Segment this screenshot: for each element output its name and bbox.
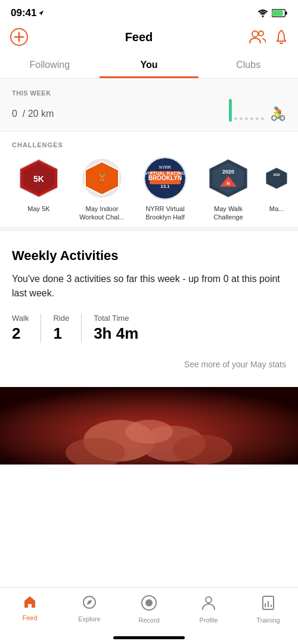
- challenges-scroll[interactable]: 5K May 5K 🏋 May Indoor Workout Chal...: [0, 157, 298, 222]
- svg-point-8: [259, 31, 263, 36]
- badge-indoor-svg: 🏋: [80, 157, 123, 200]
- challenges-label: CHALLENGES: [0, 141, 298, 148]
- svg-text:N: N: [226, 181, 230, 186]
- location-arrow-icon: [38, 10, 44, 16]
- home-svg: [23, 595, 37, 608]
- km-separator: /: [23, 109, 28, 119]
- challenges-section: CHALLENGES 5K May 5K 🏋 May In: [0, 132, 298, 227]
- badge-walk-svg: 2020 N: [207, 157, 250, 200]
- nav-profile[interactable]: Profile: [179, 593, 238, 626]
- svg-point-38: [206, 597, 212, 603]
- tab-following[interactable]: Following: [0, 52, 100, 78]
- stat-total-time: Total Time 3h 4m: [94, 314, 150, 343]
- record-svg: [141, 595, 157, 611]
- people-icon: [249, 30, 266, 44]
- progress-dash-5: [256, 117, 259, 120]
- nav-feed-label: Feed: [22, 614, 37, 621]
- goal-km: 20 km: [28, 109, 54, 119]
- wifi-icon: [257, 9, 268, 17]
- svg-text:2020: 2020: [273, 173, 280, 177]
- bike-icon: 🚴: [270, 106, 286, 122]
- challenge-extra[interactable]: 2020 Ma...: [265, 157, 288, 222]
- stat-ride-value: 1: [53, 324, 69, 343]
- progress-row: 0 / 20 km 🚴: [12, 99, 286, 122]
- challenge-badge-extra: 2020: [265, 157, 288, 200]
- svg-marker-35: [87, 600, 92, 605]
- people-button[interactable]: [249, 30, 266, 44]
- nav-explore[interactable]: Explore: [60, 593, 119, 626]
- stat-walk-label: Walk: [12, 314, 29, 323]
- add-button[interactable]: [10, 27, 29, 47]
- header-icons: [249, 29, 288, 45]
- badge-nyrr-svg: NYRR VIRTUAL RACING BROOKLYN 13.1: [145, 158, 185, 199]
- svg-text:2020: 2020: [222, 169, 234, 175]
- nav-record-label: Record: [138, 617, 159, 624]
- page-title: Feed: [125, 30, 153, 44]
- add-circle-icon: [10, 27, 29, 47]
- challenge-badge-may-indoor: 🏋: [80, 157, 123, 200]
- challenge-may-walk[interactable]: 2020 N May Walk Challenge: [201, 157, 255, 222]
- svg-text:BROOKLYN: BROOKLYN: [148, 175, 182, 181]
- bottom-nav: Feed Explore Record Profile: [0, 587, 298, 644]
- tabs: Following You Clubs: [0, 52, 298, 79]
- challenge-badge-may-walk: 2020 N: [207, 157, 250, 200]
- this-week-section: THIS WEEK 0 / 20 km 🚴: [0, 79, 298, 132]
- training-icon: [261, 595, 275, 614]
- record-icon: [141, 595, 157, 614]
- progress-dash-3: [245, 117, 248, 120]
- battery-icon: [272, 9, 287, 17]
- challenge-name-may-walk: May Walk Challenge: [201, 205, 255, 222]
- status-bar: 09:41: [0, 0, 298, 23]
- weekly-description: You've done 3 activities so far this wee…: [12, 272, 286, 301]
- nav-record[interactable]: Record: [119, 593, 179, 626]
- svg-point-37: [145, 599, 153, 606]
- activity-photo-svg: [0, 387, 298, 465]
- progress-dash-4: [250, 117, 253, 120]
- challenge-badge-nyrr: NYRR VIRTUAL RACING BROOKLYN 13.1: [144, 157, 187, 200]
- svg-rect-3: [272, 10, 283, 16]
- tab-you[interactable]: You: [100, 52, 199, 78]
- weekly-title: Weekly Activities: [12, 248, 286, 264]
- svg-rect-2: [285, 11, 287, 14]
- svg-text:13.1: 13.1: [160, 184, 170, 189]
- svg-text:5K: 5K: [33, 174, 44, 184]
- person-svg: [201, 595, 216, 611]
- badge-extra-svg: 2020: [265, 157, 288, 200]
- svg-text:🏋: 🏋: [98, 173, 107, 182]
- progress-visual: 🚴: [229, 99, 286, 122]
- header: Feed: [0, 23, 298, 52]
- challenge-badge-may-5k: 5K: [17, 157, 60, 200]
- training-svg: [261, 595, 275, 611]
- progress-dash-6: [261, 117, 264, 120]
- home-indicator: [113, 636, 185, 639]
- stat-time-value: 3h 4m: [94, 324, 138, 343]
- status-icons: [257, 9, 287, 17]
- stats-row: Walk 2 Ride 1 Total Time 3h 4m: [12, 314, 286, 343]
- stat-ride: Ride 1: [53, 314, 82, 343]
- current-km: 0: [12, 109, 17, 119]
- progress-dash-2: [240, 117, 243, 120]
- bell-icon: [274, 29, 288, 45]
- tab-clubs[interactable]: Clubs: [198, 52, 298, 78]
- challenge-may-5k[interactable]: 5K May 5K: [12, 157, 66, 222]
- nav-training[interactable]: Training: [238, 593, 298, 626]
- this-week-label: THIS WEEK: [12, 89, 286, 97]
- challenge-name-may-indoor: May Indoor Workout Chal...: [75, 205, 129, 222]
- progress-dash-1: [234, 117, 237, 120]
- challenge-name-nyrr: NYRR Virtual Brooklyn Half: [138, 205, 192, 222]
- activity-image: [0, 387, 298, 465]
- see-more-link[interactable]: See more of your May stats: [12, 360, 286, 375]
- explore-icon: [82, 595, 97, 613]
- notification-button[interactable]: [274, 29, 288, 45]
- this-week-km: 0 / 20 km: [12, 100, 54, 122]
- stat-ride-label: Ride: [53, 314, 69, 323]
- challenge-nyrr[interactable]: NYRR VIRTUAL RACING BROOKLYN 13.1 NYRR V…: [138, 157, 192, 222]
- svg-marker-26: [266, 168, 287, 189]
- nav-feed[interactable]: Feed: [0, 593, 60, 626]
- challenge-may-indoor[interactable]: 🏋 May Indoor Workout Chal...: [75, 157, 129, 222]
- time-text: 09:41: [11, 7, 36, 19]
- nav-training-label: Training: [256, 617, 280, 624]
- nav-explore-label: Explore: [78, 615, 100, 623]
- weekly-activities-section: Weekly Activities You've done 3 activiti…: [0, 227, 298, 387]
- stat-walk-value: 2: [12, 324, 29, 343]
